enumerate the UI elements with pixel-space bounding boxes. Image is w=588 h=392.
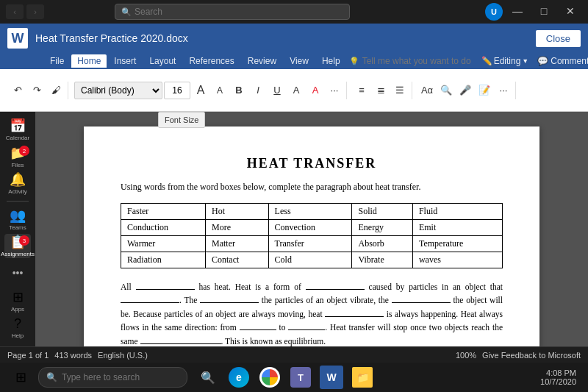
- status-right: 100% Give Feedback to Microsoft: [456, 351, 581, 360]
- comments-button[interactable]: 💬 Comments: [537, 56, 588, 66]
- table-cell: Cold: [268, 252, 352, 268]
- lightbulb-icon: 💡: [349, 57, 359, 66]
- table-cell: Faster: [121, 204, 206, 220]
- font-size-decrease-button[interactable]: A: [211, 82, 229, 99]
- menu-review[interactable]: Review: [242, 54, 282, 68]
- font-size-increase-button[interactable]: A: [192, 82, 209, 99]
- taskbar-search-input[interactable]: [62, 372, 179, 382]
- window-close-button[interactable]: ✕: [559, 3, 582, 19]
- back-button[interactable]: ‹: [6, 4, 24, 19]
- paragraph-group: ≡ ≣ ☰: [350, 82, 412, 99]
- sidebar-item-more[interactable]: •••: [4, 261, 31, 285]
- tell-me-box[interactable]: 💡: [349, 56, 473, 66]
- sidebar-item-assignments[interactable]: 📋 Assignments 3: [4, 234, 31, 257]
- bold-button[interactable]: B: [230, 82, 248, 99]
- taskbar: ⊞ 🔍 🔍 e T W 📁 4:08 PM 10/7/2020: [0, 363, 588, 392]
- paragraph-1: All has heat. Heat is a form of caused b…: [121, 280, 503, 346]
- underline-button[interactable]: U: [268, 82, 286, 99]
- maximize-button[interactable]: □: [532, 3, 556, 19]
- table-cell: Temperature: [412, 236, 502, 252]
- blank-8: [288, 329, 325, 330]
- menu-file[interactable]: File: [44, 54, 70, 68]
- blank-6: [325, 316, 384, 317]
- taskbar-files-button[interactable]: 📁: [348, 363, 377, 391]
- table-row: Radiation Contact Cold Vibrate waves: [121, 252, 503, 268]
- table-cell: Conduction: [121, 220, 206, 236]
- table-cell: Matter: [205, 236, 268, 252]
- dictate-button[interactable]: 🎤: [456, 82, 474, 99]
- sidebar-item-help[interactable]: ? Help: [4, 314, 31, 341]
- format-painter-button[interactable]: 🖌: [47, 82, 65, 99]
- font-group: Calibri (Body) 16 A A B I U A A ···: [71, 82, 347, 99]
- taskbar-chrome-button[interactable]: [255, 363, 284, 391]
- start-button[interactable]: ⊞: [6, 363, 35, 391]
- title-bar: ‹ › 🔍 U — □ ✕: [0, 0, 588, 24]
- align-button[interactable]: ☰: [391, 82, 409, 99]
- title-search-box[interactable]: 🔍: [115, 4, 350, 20]
- font-selector[interactable]: Calibri (Body): [74, 82, 162, 99]
- forward-button[interactable]: ›: [26, 4, 44, 19]
- more-font-button[interactable]: ···: [326, 82, 343, 99]
- taskbar-edge-button[interactable]: e: [224, 363, 254, 391]
- styles-group: Aα 🔍 🎤 📝 ···: [415, 82, 516, 99]
- document-body: All has heat. Heat is a form of caused b…: [121, 280, 503, 346]
- sidebar-item-activity[interactable]: 🔔 Activity: [4, 171, 31, 195]
- menu-references[interactable]: References: [183, 54, 240, 68]
- menu-layout[interactable]: Layout: [143, 54, 182, 68]
- table-cell: Absorb: [352, 236, 412, 252]
- bullets-button[interactable]: ≡: [353, 82, 370, 99]
- editing-button[interactable]: ✏️ Editing ▼: [481, 56, 529, 66]
- blank-3: [121, 302, 179, 303]
- blank-7: [240, 329, 276, 330]
- table-cell: Warmer: [121, 236, 206, 252]
- search-input[interactable]: [135, 7, 343, 17]
- sidebar-item-calendar[interactable]: 📅 Calendar: [4, 118, 31, 141]
- menu-home[interactable]: Home: [71, 54, 107, 68]
- menu-insert[interactable]: Insert: [108, 54, 142, 68]
- more-tools-button[interactable]: ···: [495, 82, 512, 99]
- feedback-link[interactable]: Give Feedback to Microsoft: [482, 351, 581, 360]
- font-color-button[interactable]: A: [306, 82, 324, 99]
- italic-button[interactable]: I: [249, 82, 267, 99]
- word-app-icon: W: [7, 28, 28, 49]
- search-icon: 🔍: [121, 7, 132, 17]
- editor-button[interactable]: 📝: [476, 82, 493, 99]
- files-badge: 2: [19, 146, 29, 156]
- assignments-badge: 3: [19, 235, 29, 246]
- sidebar-bottom: ⊞ Apps ? Help: [4, 288, 31, 341]
- menu-help[interactable]: Help: [316, 54, 346, 68]
- find-button[interactable]: 🔍: [437, 82, 455, 99]
- redo-button[interactable]: ↷: [28, 82, 46, 99]
- table-cell: Radiation: [121, 252, 206, 268]
- sidebar-item-files[interactable]: 📁 Files 2: [4, 144, 31, 168]
- close-document-button[interactable]: Close: [536, 30, 581, 47]
- main-area: 📅 Calendar 📁 Files 2 🔔 Activity 👥 Teams …: [0, 112, 588, 346]
- menu-view[interactable]: View: [284, 54, 315, 68]
- files-taskbar-icon: 📁: [352, 367, 373, 388]
- search-taskbar-icon: 🔍: [201, 371, 215, 385]
- taskbar-word-button[interactable]: W: [317, 363, 346, 391]
- document-area[interactable]: HEAT TRANSFER Using words from the word …: [35, 112, 588, 346]
- taskbar-search-button[interactable]: 🔍: [193, 363, 223, 391]
- tell-me-input[interactable]: [362, 56, 473, 66]
- minimize-button[interactable]: —: [506, 3, 529, 19]
- taskbar-search[interactable]: 🔍: [38, 367, 187, 388]
- word-count: 413 words: [54, 351, 92, 360]
- ribbon-toolbar: ↶ ↷ 🖌 Calibri (Body) 16 A A B I U A A ··…: [0, 69, 588, 112]
- avatar[interactable]: U: [485, 3, 503, 21]
- document-title-text: HEAT TRANSFER: [121, 156, 503, 171]
- font-size-input[interactable]: 16: [164, 82, 190, 99]
- status-bar: Page 1 of 1 413 words English (U.S.) 100…: [0, 346, 588, 363]
- sidebar-item-teams[interactable]: 👥 Teams: [4, 207, 31, 231]
- apps-icon: ⊞: [12, 289, 24, 305]
- styles-button[interactable]: Aα: [418, 82, 436, 99]
- help-icon: ?: [14, 316, 21, 332]
- word-table: Faster Hot Less Solid Fluid Conduction M…: [121, 203, 503, 268]
- taskbar-teams-button[interactable]: T: [286, 363, 315, 391]
- numbering-button[interactable]: ≣: [372, 82, 390, 99]
- sidebar-item-apps[interactable]: ⊞ Apps: [4, 288, 31, 314]
- undo-button[interactable]: ↶: [9, 82, 26, 99]
- table-cell: Less: [268, 204, 352, 220]
- highlight-button[interactable]: A: [287, 82, 305, 99]
- table-cell: Hot: [205, 204, 268, 220]
